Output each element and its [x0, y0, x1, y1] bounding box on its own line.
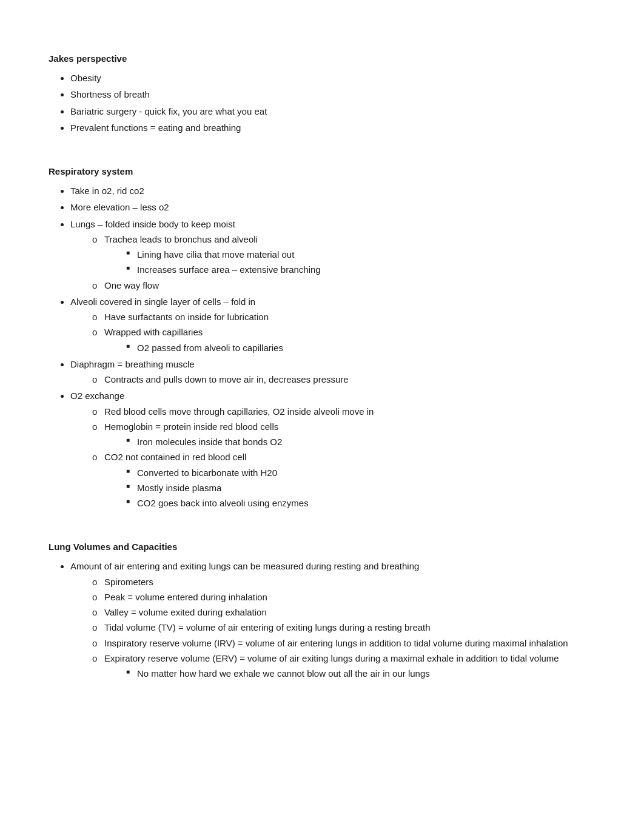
- list-item: Shortness of breath: [70, 87, 595, 101]
- list-item: Contracts and pulls down to move air in,…: [92, 372, 595, 386]
- respiratory-list: Take in o2, rid co2 More elevation – les…: [49, 184, 595, 510]
- list-item: Take in o2, rid co2: [70, 184, 595, 198]
- list-item: Lining have cilia that move material out: [126, 247, 595, 261]
- page-content: Jakes perspective Obesity Shortness of b…: [49, 53, 595, 680]
- list-item: O2 exchange Red blood cells move through…: [70, 389, 595, 510]
- heading-jakes-perspective: Jakes perspective: [49, 53, 595, 64]
- list-item: One way flow: [92, 278, 595, 292]
- list-item: Have surfactants on inside for lubricati…: [92, 310, 595, 324]
- list-item: Valley = volume exited during exhalation: [92, 605, 595, 619]
- list-item: Spirometers: [92, 575, 595, 589]
- sub-list: Trachea leads to bronchus and alveoli Li…: [70, 232, 595, 292]
- list-item: Hemoglobin = protein inside red blood ce…: [92, 420, 595, 449]
- list-item: Peak = volume entered during inhalation: [92, 590, 595, 604]
- sub-sub-list: Converted to bicarbonate with H20 Mostly…: [104, 466, 595, 511]
- list-item: Prevalent functions = eating and breathi…: [70, 121, 595, 135]
- jakes-list: Obesity Shortness of breath Bariatric su…: [49, 71, 595, 135]
- list-item: Expiratory reserve volume (ERV) = volume…: [92, 651, 595, 681]
- sub-sub-list: Lining have cilia that move material out…: [104, 247, 595, 277]
- heading-lung-volumes: Lung Volumes and Capacities: [49, 542, 595, 552]
- list-item: Bariatric surgery - quick fix, you are w…: [70, 104, 595, 118]
- list-item: Converted to bicarbonate with H20: [126, 466, 595, 480]
- sub-sub-list: O2 passed from alveoli to capillaries: [104, 341, 595, 355]
- list-item: Increases surface area – extensive branc…: [126, 263, 595, 277]
- list-item: Amount of air entering and exiting lungs…: [70, 559, 595, 680]
- list-item: Diaphragm = breathing muscle Contracts a…: [70, 357, 595, 387]
- list-item: Lungs – folded inside body to keep moist…: [70, 217, 595, 292]
- list-item: Red blood cells move through capillaries…: [92, 404, 595, 418]
- list-item: Alveoli covered in single layer of cells…: [70, 295, 595, 355]
- list-item: O2 passed from alveoli to capillaries: [126, 341, 595, 355]
- sub-list: Spirometers Peak = volume entered during…: [70, 575, 595, 681]
- list-item: CO2 goes back into alveoli using enzymes: [126, 496, 595, 510]
- sub-sub-list: Iron molecules inside that bonds O2: [104, 435, 595, 449]
- list-item: Wrapped with capillaries O2 passed from …: [92, 325, 595, 355]
- list-item: Tidal volume (TV) = volume of air enteri…: [92, 620, 595, 634]
- section-respiratory-system: Respiratory system Take in o2, rid co2 M…: [49, 166, 595, 510]
- list-item: CO2 not contained in red blood cell Conv…: [92, 450, 595, 510]
- list-item: More elevation – less o2: [70, 200, 595, 214]
- list-item: No matter how hard we exhale we cannot b…: [126, 666, 595, 680]
- list-item: Inspiratory reserve volume (IRV) = volum…: [92, 636, 595, 650]
- sub-list: Contracts and pulls down to move air in,…: [70, 372, 595, 386]
- section-lung-volumes: Lung Volumes and Capacities Amount of ai…: [49, 542, 595, 680]
- section-jakes-perspective: Jakes perspective Obesity Shortness of b…: [49, 53, 595, 135]
- sub-list: Have surfactants on inside for lubricati…: [70, 310, 595, 355]
- heading-respiratory-system: Respiratory system: [49, 166, 595, 176]
- sub-sub-list: No matter how hard we exhale we cannot b…: [104, 666, 595, 680]
- list-item: Mostly inside plasma: [126, 481, 595, 495]
- list-item: Trachea leads to bronchus and alveoli Li…: [92, 232, 595, 277]
- lung-volumes-list: Amount of air entering and exiting lungs…: [49, 559, 595, 680]
- list-item: Iron molecules inside that bonds O2: [126, 435, 595, 449]
- sub-list: Red blood cells move through capillaries…: [70, 404, 595, 511]
- list-item: Obesity: [70, 71, 595, 85]
